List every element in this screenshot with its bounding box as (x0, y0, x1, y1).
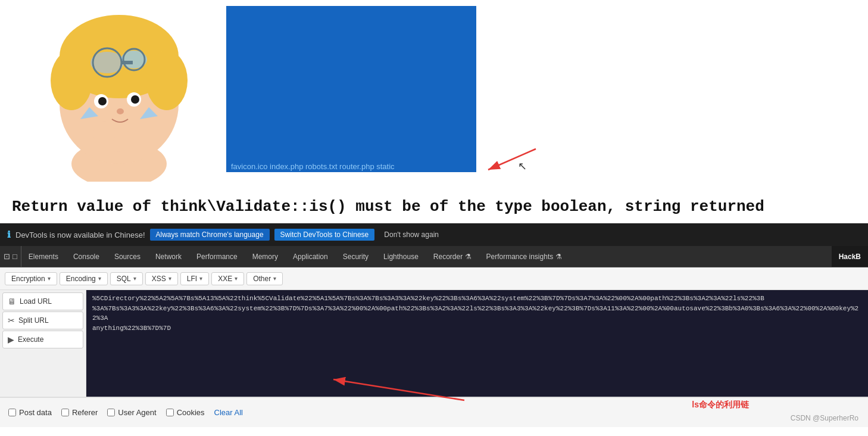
always-match-language-button[interactable]: Always match Chrome's language (150, 229, 270, 241)
watermark: CSDN @SuperherRo (791, 414, 858, 422)
banner-info-text: DevTools is now available in Chinese! (15, 231, 145, 239)
svg-point-14 (131, 95, 139, 104)
svg-line-21 (488, 149, 536, 170)
sql-button[interactable]: SQL ▾ (110, 272, 143, 285)
devtools-tab-icons: ⊡ □ (0, 246, 21, 267)
tab-hackb[interactable]: HackB (832, 246, 868, 267)
xss-button[interactable]: XSS ▾ (145, 272, 178, 285)
devtools-banner: ℹ DevTools is now available in Chinese! … (0, 223, 868, 246)
avatar-image (12, 6, 226, 185)
tab-performance-insights[interactable]: Performance insights ⚗ (479, 246, 570, 267)
svg-point-5 (146, 51, 188, 110)
execute-icon: ▶ (8, 335, 14, 344)
url-text: %5CDirectory%22%5A2%5A%7Bs%5A13%5A%22thi… (92, 294, 862, 333)
other-arrow-icon: ▾ (273, 275, 276, 282)
top-area: favicon.ico index.php robots.txt router.… (0, 0, 868, 191)
lfi-arrow-icon: ▾ (199, 275, 202, 282)
cookies-label: Cookies (177, 408, 205, 417)
post-data-checkbox-label[interactable]: Post data (8, 408, 52, 417)
xxe-arrow-icon: ▾ (235, 275, 238, 282)
encryption-arrow-icon: ▾ (48, 275, 51, 282)
svg-point-15 (117, 108, 124, 114)
xss-arrow-icon: ▾ (168, 275, 171, 282)
cookies-checkbox-label[interactable]: Cookies (166, 408, 205, 417)
svg-point-4 (51, 51, 92, 110)
tab-performance[interactable]: Performance (189, 246, 245, 267)
tab-console[interactable]: Console (66, 246, 107, 267)
encoding-button[interactable]: Encoding ▾ (60, 272, 108, 285)
hack-toolbar: Encryption ▾ Encoding ▾ SQL ▾ XSS ▾ LFI … (0, 267, 868, 290)
load-url-label: Load URL (20, 297, 52, 306)
encoding-label: Encoding (66, 275, 96, 283)
blue-box-area: favicon.ico index.php robots.txt router.… (226, 6, 868, 185)
cookies-checkbox[interactable] (166, 409, 174, 416)
elements-icon: ⊡ (4, 252, 10, 261)
clear-all-button[interactable]: Clear All (214, 408, 243, 417)
referer-label: Referer (72, 408, 98, 417)
info-icon: ℹ (7, 229, 11, 240)
encryption-button[interactable]: Encryption ▾ (5, 272, 57, 285)
sql-arrow-icon: ▾ (133, 275, 136, 282)
sql-label: SQL (117, 275, 131, 283)
post-data-label: Post data (19, 408, 52, 417)
tab-network[interactable]: Network (148, 246, 189, 267)
tab-sources[interactable]: Sources (107, 246, 148, 267)
other-label: Other (253, 275, 271, 283)
url-content-area[interactable]: %5CDirectory%22%5A2%5A%7Bs%5A13%5A%22thi… (86, 290, 868, 397)
url-panel: 🖥 Load URL ✂ Split URL ▶ Execute %5CDire… (0, 290, 868, 397)
blue-rectangle (226, 6, 476, 161)
execute-button[interactable]: ▶ Execute (2, 331, 83, 348)
xxe-label: XXE (218, 275, 232, 283)
dont-show-again-button[interactable]: Don't show again (379, 229, 444, 241)
file-list: favicon.ico index.php robots.txt router.… (226, 161, 476, 172)
xxe-button[interactable]: XXE ▾ (211, 272, 244, 285)
lfi-button[interactable]: LFI ▾ (180, 272, 209, 285)
other-button[interactable]: Other ▾ (246, 272, 283, 285)
user-agent-checkbox[interactable] (107, 409, 115, 416)
lfi-label: LFI (187, 275, 197, 283)
post-data-checkbox[interactable] (8, 409, 16, 416)
left-sidebar: 🖥 Load URL ✂ Split URL ▶ Execute (0, 290, 86, 397)
ls-annotation-text: ls命令的利用链 (692, 400, 749, 410)
error-message: Return value of think\Validate::is() mus… (0, 191, 868, 223)
encryption-label: Encryption (11, 275, 45, 283)
svg-point-19 (93, 121, 115, 147)
load-url-icon: 🖥 (8, 297, 16, 306)
load-url-button[interactable]: 🖥 Load URL (2, 292, 83, 310)
tab-elements[interactable]: Elements (21, 246, 66, 267)
tab-memory[interactable]: Memory (245, 246, 286, 267)
user-agent-checkbox-label[interactable]: User Agent (107, 408, 156, 417)
devtools-tab-bar: ⊡ □ Elements Console Sources Network Per… (0, 246, 868, 267)
main-panel: 🖥 Load URL ✂ Split URL ▶ Execute %5CDire… (0, 290, 868, 427)
split-url-label: Split URL (18, 316, 49, 325)
split-url-button[interactable]: ✂ Split URL (2, 312, 83, 329)
encoding-arrow-icon: ▾ (98, 275, 101, 282)
execute-label: Execute (18, 335, 43, 344)
svg-point-12 (98, 97, 107, 105)
user-agent-label: User Agent (118, 408, 156, 417)
tab-recorder[interactable]: Recorder ⚗ (426, 246, 479, 267)
referer-checkbox-label[interactable]: Referer (61, 408, 98, 417)
tab-lighthouse[interactable]: Lighthouse (376, 246, 426, 267)
inspector-icon: □ (13, 252, 17, 261)
split-url-icon: ✂ (8, 316, 15, 325)
tab-application[interactable]: Application (286, 246, 336, 267)
xss-label: XSS (152, 275, 166, 283)
referer-checkbox[interactable] (61, 409, 69, 416)
tab-security[interactable]: Security (336, 246, 376, 267)
switch-devtools-chinese-button[interactable]: Switch DevTools to Chinese (274, 229, 375, 241)
